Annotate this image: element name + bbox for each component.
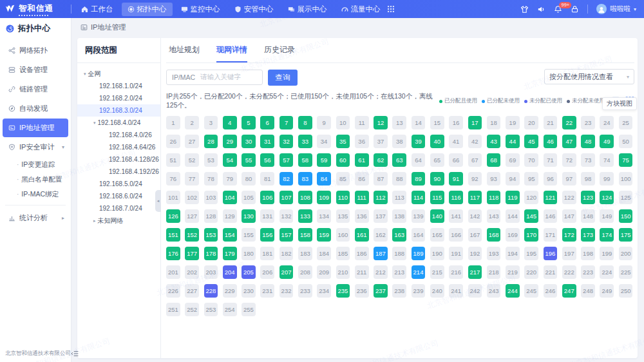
ip-cell-113[interactable]: 113 <box>392 191 406 204</box>
ip-cell-192[interactable]: 192 <box>468 247 482 260</box>
tab-地址规划[interactable]: 地址规划 <box>169 38 200 62</box>
ip-cell-1[interactable]: 1 <box>166 116 180 129</box>
ip-cell-230[interactable]: 230 <box>242 284 256 298</box>
ip-cell-18[interactable]: 18 <box>487 116 501 129</box>
ip-cell-229[interactable]: 229 <box>223 284 237 298</box>
ip-cell-126[interactable]: 126 <box>166 209 180 223</box>
ip-cell-243[interactable]: 243 <box>487 284 501 298</box>
ip-cell-82[interactable]: 82 <box>279 172 294 186</box>
ip-cell-219[interactable]: 219 <box>506 265 520 279</box>
ip-cell-109[interactable]: 109 <box>317 191 331 204</box>
ip-cell-137[interactable]: 137 <box>374 209 388 223</box>
ip-cell-58[interactable]: 58 <box>298 153 312 167</box>
ip-cell-100[interactable]: 100 <box>619 172 633 186</box>
tree-node-192.168.4.0/26[interactable]: 192.168.4.0/26 <box>77 129 160 141</box>
ip-cell-2[interactable]: 2 <box>185 116 199 129</box>
ip-cell-224[interactable]: 224 <box>600 265 614 279</box>
ip-cell-190[interactable]: 190 <box>430 247 444 260</box>
ip-cell-144[interactable]: 144 <box>506 209 520 223</box>
nav-item-拓扑中心[interactable]: 拓扑中心 <box>122 3 173 16</box>
ip-cell-73[interactable]: 73 <box>581 153 595 167</box>
ip-cell-119[interactable]: 119 <box>506 191 520 204</box>
ip-cell-204[interactable]: 204 <box>223 265 237 279</box>
ip-cell-211[interactable]: 211 <box>355 265 369 279</box>
ip-cell-172[interactable]: 172 <box>562 228 576 242</box>
ip-cell-38[interactable]: 38 <box>392 135 406 148</box>
nav-item-监控中心[interactable]: 监控中心 <box>175 3 226 16</box>
ip-cell-16[interactable]: 16 <box>449 116 463 129</box>
ip-cell-110[interactable]: 110 <box>336 191 350 204</box>
ip-cell-209[interactable]: 209 <box>317 265 331 279</box>
bell-icon[interactable]: 99+ <box>554 5 562 14</box>
tree-node-192.168.4.128/26[interactable]: 192.168.4.128/26 <box>77 153 160 166</box>
sidebar-item-IP安全审计[interactable]: IP安全审计▾ <box>3 138 68 157</box>
ip-cell-114[interactable]: 114 <box>412 191 426 204</box>
ip-cell-234[interactable]: 234 <box>317 284 331 298</box>
ip-cell-233[interactable]: 233 <box>298 284 312 298</box>
sidebar-item-自动发现[interactable]: 自动发现 <box>3 99 68 118</box>
ip-cell-199[interactable]: 199 <box>600 247 614 260</box>
ip-cell-162[interactable]: 162 <box>374 228 388 242</box>
ip-cell-246[interactable]: 246 <box>544 284 558 298</box>
ip-cell-102[interactable]: 102 <box>185 191 199 204</box>
panel-collapse-handle[interactable]: ◂ <box>155 190 161 212</box>
ip-cell-164[interactable]: 164 <box>412 228 426 242</box>
ip-cell-61[interactable]: 61 <box>355 153 369 167</box>
ip-cell-9[interactable]: 9 <box>317 116 331 129</box>
sidebar-subitem-IP-MAC绑定[interactable]: ·IP-MAC绑定 <box>0 187 71 202</box>
ip-cell-53[interactable]: 53 <box>204 153 218 167</box>
ip-cell-93[interactable]: 93 <box>487 172 501 186</box>
ip-cell-57[interactable]: 57 <box>279 153 294 167</box>
ip-cell-13[interactable]: 13 <box>392 116 406 129</box>
ip-cell-19[interactable]: 19 <box>506 116 520 129</box>
ip-cell-232[interactable]: 232 <box>279 284 294 298</box>
ip-cell-129[interactable]: 129 <box>223 209 237 223</box>
tree-node-192.168.4.64/26[interactable]: 192.168.4.64/26 <box>77 141 160 153</box>
ip-cell-203[interactable]: 203 <box>204 265 218 279</box>
ip-cell-72[interactable]: 72 <box>562 153 576 167</box>
ip-cell-94[interactable]: 94 <box>506 172 520 186</box>
ip-cell-247[interactable]: 247 <box>562 284 576 298</box>
ip-cell-128[interactable]: 128 <box>204 209 218 223</box>
ip-cell-83[interactable]: 83 <box>298 172 312 186</box>
ip-cell-30[interactable]: 30 <box>242 135 256 148</box>
ip-cell-118[interactable]: 118 <box>487 191 501 204</box>
ip-cell-159[interactable]: 159 <box>317 228 331 242</box>
ip-cell-66[interactable]: 66 <box>449 153 463 167</box>
ip-cell-48[interactable]: 48 <box>581 135 595 148</box>
ip-cell-91[interactable]: 91 <box>449 172 463 186</box>
ip-cell-249[interactable]: 249 <box>600 284 614 298</box>
ip-cell-69[interactable]: 69 <box>506 153 520 167</box>
ip-cell-191[interactable]: 191 <box>449 247 463 260</box>
ip-cell-213[interactable]: 213 <box>392 265 406 279</box>
ip-cell-28[interactable]: 28 <box>204 135 218 148</box>
ip-cell-238[interactable]: 238 <box>392 284 406 298</box>
ip-cell-236[interactable]: 236 <box>355 284 369 298</box>
ip-cell-27[interactable]: 27 <box>185 135 199 148</box>
ip-cell-111[interactable]: 111 <box>355 191 369 204</box>
ip-cell-103[interactable]: 103 <box>204 191 218 204</box>
ip-cell-43[interactable]: 43 <box>487 135 501 148</box>
ip-cell-142[interactable]: 142 <box>468 209 482 223</box>
search-input[interactable]: IP/MAC 请输入关键字 <box>166 70 263 85</box>
nav-item-安管中心[interactable]: 安管中心 <box>229 3 279 16</box>
ip-cell-32[interactable]: 32 <box>279 135 294 148</box>
ip-cell-154[interactable]: 154 <box>223 228 237 242</box>
ip-cell-253[interactable]: 253 <box>204 303 218 316</box>
ip-cell-40[interactable]: 40 <box>430 135 444 148</box>
ip-cell-201[interactable]: 201 <box>166 265 180 279</box>
breadcrumb-label[interactable]: IP地址管理 <box>91 23 126 32</box>
ip-cell-49[interactable]: 49 <box>600 135 614 148</box>
ip-cell-228[interactable]: 228 <box>204 284 218 298</box>
ip-cell-46[interactable]: 46 <box>544 135 558 148</box>
ip-cell-222[interactable]: 222 <box>562 265 576 279</box>
ip-cell-135[interactable]: 135 <box>336 209 350 223</box>
ip-cell-242[interactable]: 242 <box>468 284 482 298</box>
ip-cell-195[interactable]: 195 <box>524 247 538 260</box>
ip-cell-160[interactable]: 160 <box>336 228 350 242</box>
sidebar-item-设备管理[interactable]: 设备管理 <box>3 61 68 79</box>
query-button[interactable]: 查询 <box>268 70 298 86</box>
ip-cell-189[interactable]: 189 <box>412 247 426 260</box>
ip-cell-29[interactable]: 29 <box>223 135 237 148</box>
ip-cell-24[interactable]: 24 <box>600 116 614 129</box>
